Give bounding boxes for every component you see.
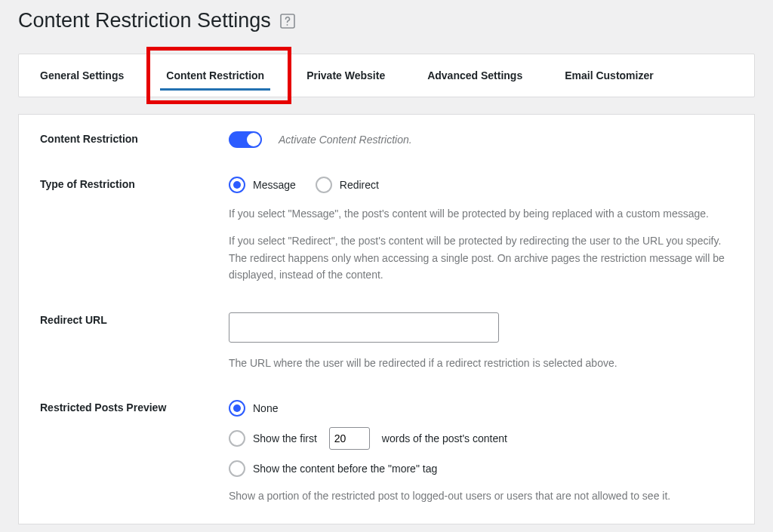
row-type-of-restriction: Type of Restriction Message Redirect If … xyxy=(40,177,733,284)
radio-option-none[interactable]: None xyxy=(229,400,733,417)
settings-panel: Content Restriction Activate Content Res… xyxy=(18,114,755,524)
tabs: General Settings Content Restriction Pri… xyxy=(18,54,755,97)
preview-desc: Show a portion of the restricted post to… xyxy=(229,487,733,504)
toggle-label: Activate Content Restriction. xyxy=(279,134,412,146)
radio-message-label: Message xyxy=(253,179,296,191)
page-header: Content Restriction Settings xyxy=(18,9,755,32)
toggle-activate-content-restriction[interactable] xyxy=(229,131,262,148)
redirect-url-desc: The URL where the user will be redirecte… xyxy=(229,355,733,371)
radio-message[interactable] xyxy=(229,177,245,193)
first-words-post: words of the post's content xyxy=(382,432,507,444)
help-icon[interactable] xyxy=(279,12,297,30)
radio-redirect[interactable] xyxy=(316,177,332,193)
radio-first-words[interactable] xyxy=(229,430,245,447)
svg-point-1 xyxy=(286,24,288,26)
radio-more-tag-label: Show the content before the "more" tag xyxy=(253,463,437,475)
page-title: Content Restriction Settings xyxy=(18,9,271,32)
row-redirect-url: Redirect URL The URL where the user will… xyxy=(40,312,733,371)
tab-general-settings[interactable]: General Settings xyxy=(19,54,145,97)
label-type-of-restriction: Type of Restriction xyxy=(40,177,229,190)
toggle-knob xyxy=(247,133,260,146)
radio-none-label: None xyxy=(253,402,278,414)
tab-email-customizer[interactable]: Email Customizer xyxy=(544,54,674,97)
tab-private-website[interactable]: Private Website xyxy=(285,54,406,97)
row-restricted-preview: Restricted Posts Preview None Show the f… xyxy=(40,400,733,504)
radio-none[interactable] xyxy=(229,400,245,417)
radio-option-first-words[interactable]: Show the first words of the post's conte… xyxy=(229,427,733,450)
radio-option-redirect[interactable]: Redirect xyxy=(316,177,379,193)
radio-option-message[interactable]: Message xyxy=(229,177,296,193)
type-desc-message: If you select "Message", the post's cont… xyxy=(229,205,733,222)
row-content-restriction: Content Restriction Activate Content Res… xyxy=(40,131,733,148)
type-desc-redirect: If you select "Redirect", the post's con… xyxy=(229,232,733,283)
radio-option-more-tag[interactable]: Show the content before the "more" tag xyxy=(229,460,733,477)
radio-redirect-label: Redirect xyxy=(340,179,379,191)
redirect-url-input[interactable] xyxy=(229,312,499,343)
label-restricted-preview: Restricted Posts Preview xyxy=(40,400,229,414)
first-words-count-input[interactable] xyxy=(329,427,370,450)
label-content-restriction: Content Restriction xyxy=(40,131,229,145)
label-redirect-url: Redirect URL xyxy=(40,312,229,326)
tab-content-restriction[interactable]: Content Restriction xyxy=(145,54,285,97)
radio-more-tag[interactable] xyxy=(229,460,245,477)
first-words-pre: Show the first xyxy=(253,432,317,444)
tab-advanced-settings[interactable]: Advanced Settings xyxy=(406,54,544,97)
